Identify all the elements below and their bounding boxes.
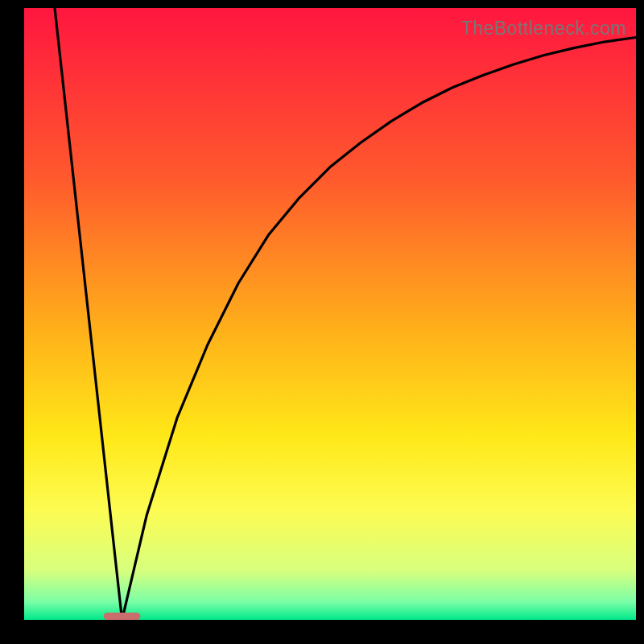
chart-frame: TheBottleneck.com <box>0 0 644 644</box>
optimum-marker <box>104 613 141 620</box>
plot-area: TheBottleneck.com <box>24 8 636 620</box>
left-falling-line <box>55 8 122 620</box>
curves-layer <box>24 8 636 620</box>
right-rising-curve <box>122 37 636 620</box>
